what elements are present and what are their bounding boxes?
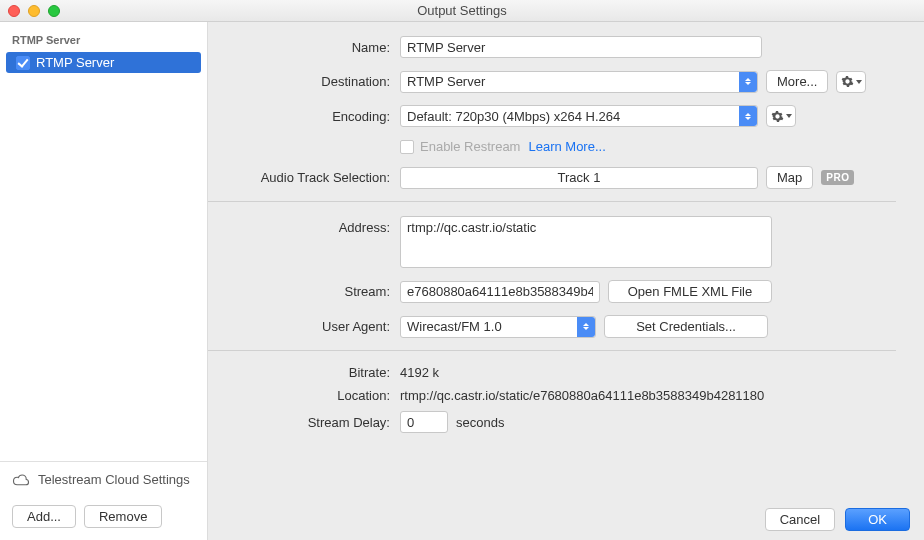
label-encoding: Encoding: — [208, 109, 400, 124]
gear-icon — [771, 110, 784, 123]
name-input[interactable] — [400, 36, 762, 58]
stream-delay-input[interactable] — [400, 411, 448, 433]
sidebar: RTMP Server RTMP Server Telestream Cloud… — [0, 22, 208, 540]
sidebar-heading: RTMP Server — [0, 22, 207, 52]
window-title: Output Settings — [0, 3, 924, 18]
remove-button[interactable]: Remove — [84, 505, 162, 528]
main-panel: Name: Destination: RTMP Server More... — [208, 22, 924, 540]
divider — [208, 350, 896, 351]
label-address: Address: — [208, 216, 400, 235]
address-input[interactable]: rtmp://qc.castr.io/static — [400, 216, 772, 268]
label-bitrate: Bitrate: — [208, 365, 400, 380]
bitrate-value: 4192 k — [400, 365, 439, 380]
stream-input[interactable] — [400, 281, 600, 303]
user-agent-select[interactable]: Wirecast/FM 1.0 — [400, 316, 596, 338]
cloud-settings-label: Telestream Cloud Settings — [38, 472, 190, 487]
destination-select[interactable]: RTMP Server — [400, 71, 758, 93]
cancel-button[interactable]: Cancel — [765, 508, 835, 531]
checkbox-icon — [400, 140, 414, 154]
chevron-down-icon — [786, 114, 792, 118]
encoding-select[interactable]: Default: 720p30 (4Mbps) x264 H.264 — [400, 105, 758, 127]
label-user-agent: User Agent: — [208, 319, 400, 334]
set-credentials-button[interactable]: Set Credentials... — [604, 315, 768, 338]
pro-badge: PRO — [821, 170, 854, 185]
divider — [208, 201, 896, 202]
cloud-icon — [12, 473, 30, 486]
destination-value: RTMP Server — [407, 74, 485, 89]
learn-more-link[interactable]: Learn More... — [528, 139, 605, 154]
add-button[interactable]: Add... — [12, 505, 76, 528]
label-stream: Stream: — [208, 284, 400, 299]
ok-button[interactable]: OK — [845, 508, 910, 531]
label-audio-track: Audio Track Selection: — [208, 170, 400, 185]
label-destination: Destination: — [208, 74, 400, 89]
user-agent-value: Wirecast/FM 1.0 — [407, 319, 502, 334]
encoding-gear-button[interactable] — [766, 105, 796, 127]
map-button[interactable]: Map — [766, 166, 813, 189]
destination-gear-button[interactable] — [836, 71, 866, 93]
sidebar-item-rtmp[interactable]: RTMP Server — [6, 52, 201, 73]
label-stream-delay: Stream Delay: — [208, 415, 400, 430]
chevron-updown-icon — [739, 106, 757, 126]
open-fmle-button[interactable]: Open FMLE XML File — [608, 280, 772, 303]
label-location: Location: — [208, 388, 400, 403]
enable-restream-label: Enable Restream — [420, 139, 520, 154]
seconds-label: seconds — [456, 415, 504, 430]
label-name: Name: — [208, 40, 400, 55]
more-button[interactable]: More... — [766, 70, 828, 93]
checkbox-icon[interactable] — [16, 56, 30, 70]
chevron-down-icon — [856, 80, 862, 84]
footer: Cancel OK — [208, 498, 924, 540]
cloud-settings-row[interactable]: Telestream Cloud Settings — [0, 462, 207, 497]
titlebar: Output Settings — [0, 0, 924, 22]
chevron-updown-icon — [577, 317, 595, 337]
encoding-value: Default: 720p30 (4Mbps) x264 H.264 — [407, 109, 620, 124]
chevron-updown-icon — [739, 72, 757, 92]
location-value: rtmp://qc.castr.io/static/e7680880a64111… — [400, 388, 764, 403]
enable-restream-checkbox: Enable Restream — [400, 139, 520, 154]
sidebar-item-label: RTMP Server — [36, 55, 114, 70]
gear-icon — [841, 75, 854, 88]
audio-track-field[interactable] — [400, 167, 758, 189]
